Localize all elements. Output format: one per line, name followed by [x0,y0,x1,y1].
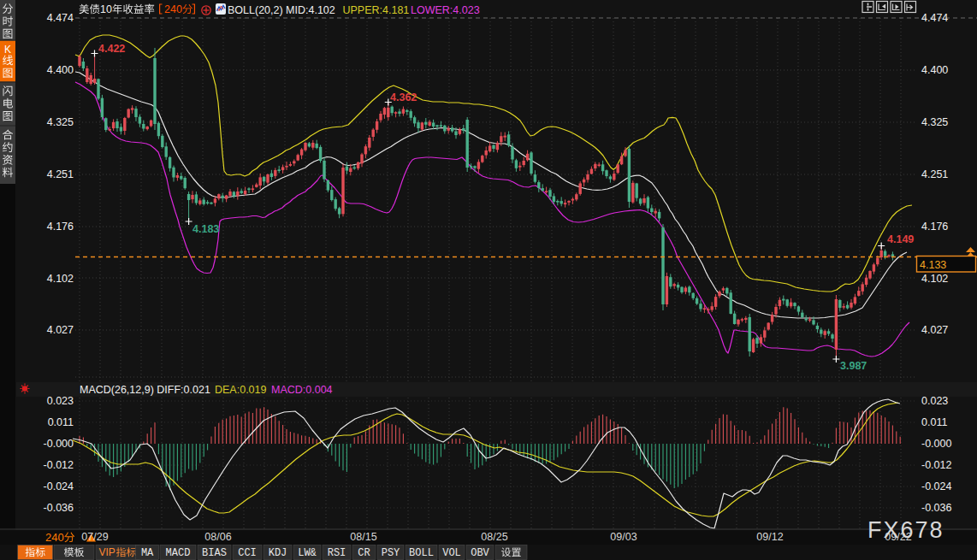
svg-text:FX678: FX678 [867,517,944,543]
svg-text:-0.012: -0.012 [44,459,74,471]
svg-text:09/03: 09/03 [610,531,637,543]
svg-text:0.023: 0.023 [47,395,74,407]
svg-text:BIAS: BIAS [202,547,227,559]
svg-text:-0.036: -0.036 [44,502,74,514]
svg-text:08/06: 08/06 [204,531,231,543]
svg-text:VOL: VOL [442,547,461,559]
svg-text:CCI: CCI [238,547,257,559]
svg-text:-0.024: -0.024 [921,480,951,492]
svg-text:MA: MA [141,547,154,559]
svg-text:4.102: 4.102 [921,273,948,285]
svg-text:4.325: 4.325 [47,116,74,128]
svg-text:4.027: 4.027 [921,324,948,336]
svg-text:0.011: 0.011 [921,416,947,428]
svg-text:4.400: 4.400 [921,64,948,76]
svg-text:4.251: 4.251 [921,168,948,180]
svg-text:KDJ: KDJ [269,547,287,559]
svg-text:4.325: 4.325 [921,116,948,128]
svg-text:09/12: 09/12 [756,531,783,543]
svg-text:08/25: 08/25 [481,531,507,543]
svg-text:VIP: VIP [99,546,115,558]
svg-text:08/15: 08/15 [350,531,376,543]
svg-text:K: K [4,44,11,56]
svg-text:-0.000: -0.000 [44,438,74,450]
svg-text:4.176: 4.176 [47,221,74,233]
svg-text:4.400: 4.400 [47,64,74,76]
svg-text:07/29: 07/29 [81,531,108,543]
svg-text:DEA:0.019: DEA:0.019 [215,384,267,396]
svg-text:4.102: 4.102 [47,273,74,285]
svg-text:4.149: 4.149 [887,233,914,245]
svg-text:10: 10 [100,3,112,15]
svg-text:-0.000: -0.000 [921,438,951,450]
svg-text:BOLL: BOLL [409,547,434,559]
svg-text:4.474: 4.474 [47,12,74,24]
svg-text:0.023: 0.023 [921,395,948,407]
svg-text:4.422: 4.422 [98,43,125,55]
svg-text:UPPER:4.181: UPPER:4.181 [343,4,410,16]
svg-text:240: 240 [45,531,64,544]
svg-text:4.251: 4.251 [47,168,74,180]
svg-text:-0.036: -0.036 [921,502,951,514]
svg-text:3.987: 3.987 [840,360,867,372]
svg-text:4.133: 4.133 [920,259,946,271]
svg-text:4.362: 4.362 [390,91,417,103]
svg-text:BOLL(20,2) MID:4.102: BOLL(20,2) MID:4.102 [228,4,335,16]
svg-text:PSY: PSY [382,547,400,559]
svg-text:0.011: 0.011 [48,416,74,428]
svg-text:OBV: OBV [471,547,489,559]
svg-text:-0.012: -0.012 [921,459,951,471]
svg-text:4.027: 4.027 [47,324,74,336]
svg-text:-0.024: -0.024 [44,480,74,492]
svg-text:4.474: 4.474 [921,12,948,24]
svg-text:MACD(26,12,9) DIFF:0.021: MACD(26,12,9) DIFF:0.021 [80,384,210,396]
svg-text:240: 240 [164,3,182,15]
svg-text:CR: CR [358,547,370,559]
svg-text:4.183: 4.183 [192,223,219,235]
svg-text:LOWER:4.023: LOWER:4.023 [411,4,480,16]
svg-text:MACD:0.004: MACD:0.004 [271,384,333,396]
svg-text:MACD: MACD [166,547,191,559]
svg-text:RSI: RSI [328,547,346,559]
svg-text:4.176: 4.176 [921,221,948,233]
svg-text:LW&: LW& [298,547,317,559]
